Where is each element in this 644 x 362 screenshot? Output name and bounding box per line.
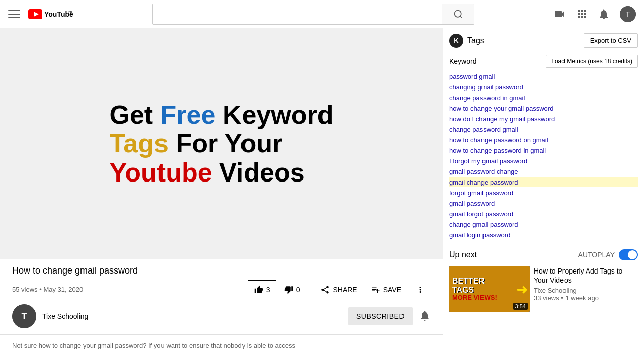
header-center: tixe <box>73 4 553 25</box>
dislike-button[interactable]: 0 <box>278 280 306 298</box>
thumb-better-text: BETTERTAGS <box>452 277 485 294</box>
svg-line-5 <box>460 16 462 18</box>
apps-icon[interactable] <box>576 8 588 20</box>
tags-list: password gmailchanging gmail passwordcha… <box>443 72 644 243</box>
notification-bell-icon[interactable] <box>419 310 431 323</box>
tag-item[interactable]: change password in gmail <box>449 93 638 103</box>
tag-item[interactable]: how to change password on gmail <box>449 135 638 145</box>
save-button[interactable]: SAVE <box>365 280 408 298</box>
recommended-channel: Tixe Schooling <box>534 287 638 294</box>
export-csv-button[interactable]: Export to CSV <box>584 33 638 48</box>
upload-video-icon[interactable] <box>553 8 566 20</box>
video-stats: 55 views • May 31, 2020 <box>12 286 83 293</box>
right-panel: K Tags Export to CSV Keyword Load Metric… <box>443 28 644 362</box>
video-thumbnail: Get Free Keyword Tags For Your Youtube V… <box>0 28 443 259</box>
main-content: Get Free Keyword Tags For Your Youtube V… <box>0 28 644 362</box>
channel-name[interactable]: Tixe Schooling <box>42 312 88 320</box>
video-duration: 3:54 <box>513 303 528 310</box>
video-info: How to change gmail password 55 views • … <box>0 259 443 298</box>
video-title: How to change gmail password <box>12 265 431 276</box>
tag-item[interactable]: gmail password <box>449 199 638 208</box>
tag-item[interactable]: change password gmail <box>449 125 638 134</box>
tag-item[interactable]: how do I change my gmail password <box>449 114 638 124</box>
recommended-video-thumbnail: BETTERTAGS MORE VIEWS! ➜ 3:54 <box>449 266 530 312</box>
channel-info: T Tixe Schooling <box>12 304 88 328</box>
recommended-views: 33 views <box>534 294 559 302</box>
thumb-arrow-icon: ➜ <box>516 281 528 298</box>
header-left: YouTube PK <box>8 8 73 20</box>
tag-item[interactable]: I forgot my gmail password <box>449 156 638 166</box>
k-badge: K <box>449 34 463 48</box>
like-count: 3 <box>266 286 270 294</box>
more-actions-button[interactable] <box>410 280 431 298</box>
thumbnail-tags: Tags <box>109 129 169 158</box>
recommended-stats: 33 views • 1 week ago <box>534 294 638 302</box>
up-next-label: Up next <box>449 250 477 259</box>
youtube-logo[interactable]: YouTube PK <box>28 9 73 19</box>
autoplay-label: AUTOPLAY <box>578 251 615 259</box>
video-description: Not sure how to change your gmail passwo… <box>0 335 443 357</box>
autoplay-toggle[interactable] <box>619 249 638 260</box>
thumbnail-text: Get Free Keyword Tags For Your Youtube V… <box>94 90 348 197</box>
tags-panel: K Tags Export to CSV Keyword Load Metric… <box>443 28 644 243</box>
tag-item[interactable]: gmail login password <box>449 230 638 240</box>
tags-header-left: K Tags <box>449 34 485 48</box>
notifications-icon[interactable] <box>598 8 610 20</box>
header: YouTube PK tixe T <box>0 0 644 28</box>
share-button[interactable]: SHARE <box>314 280 363 298</box>
tag-item[interactable]: change gmail password <box>449 220 638 229</box>
dislike-count: 0 <box>296 286 300 294</box>
tag-item[interactable]: gmail change password <box>449 177 638 187</box>
up-next-header: Up next AUTOPLAY <box>449 249 638 260</box>
toggle-knob <box>628 250 637 259</box>
thumbnail-line2: Tags For Your <box>109 129 333 158</box>
like-button[interactable]: 3 <box>248 280 276 298</box>
video-meta: 55 views • May 31, 2020 3 0 <box>12 280 431 298</box>
tag-item[interactable]: forgot gmail password <box>449 188 638 198</box>
tag-item[interactable]: gmail forgot password <box>449 209 638 219</box>
header-right: T <box>553 6 636 22</box>
video-card-info: How to Properly Add Tags to Your Videos … <box>534 266 638 312</box>
user-avatar[interactable]: T <box>620 6 636 22</box>
tag-item[interactable]: gmail password change <box>449 167 638 176</box>
share-label: SHARE <box>333 286 357 294</box>
tag-item[interactable]: password gmail <box>449 72 638 81</box>
keyword-label: Keyword <box>449 57 476 65</box>
subscribe-button[interactable]: SUBSCRIBED <box>348 307 413 325</box>
tags-title: Tags <box>467 36 485 45</box>
svg-text:T: T <box>22 311 27 321</box>
tag-item[interactable]: how to change your gmail password <box>449 104 638 113</box>
autoplay-row: AUTOPLAY <box>578 249 638 260</box>
tag-item[interactable]: how to <box>449 241 638 243</box>
svg-text:PK: PK <box>68 10 73 14</box>
thumbnail-get: Get <box>109 100 160 129</box>
search-button[interactable] <box>442 4 474 24</box>
tag-item[interactable]: how to change password in gmail <box>449 146 638 155</box>
svg-text:T: T <box>626 10 630 18</box>
svg-point-4 <box>454 10 461 17</box>
thumbnail-free: Free <box>160 100 216 129</box>
thumb-more-views-text: MORE VIEWS! <box>452 294 497 301</box>
thumbnail-youtube: Youtube <box>109 158 212 187</box>
up-next-section: Up next AUTOPLAY BETTERTAGS MORE VIEWS! … <box>443 243 644 318</box>
load-metrics-button[interactable]: Load Metrics (uses 18 credits) <box>546 55 638 68</box>
recommended-time-ago: 1 week ago <box>565 294 599 302</box>
thumbnail-foryour: For Your <box>169 129 282 158</box>
tags-subheader: Keyword Load Metrics (uses 18 credits) <box>443 53 644 72</box>
thumbnail-keyword: Keyword <box>215 100 333 129</box>
subscribe-label: SUBSCRIBED <box>356 312 405 320</box>
divider <box>310 283 310 295</box>
thumbnail-videos: Videos <box>212 158 305 187</box>
hamburger-menu[interactable] <box>8 8 20 20</box>
channel-avatar[interactable]: T <box>12 304 36 328</box>
thumbnail-line1: Get Free Keyword <box>109 101 333 129</box>
search-input[interactable]: tixe <box>153 5 442 24</box>
thumbnail-line3: Youtube Videos <box>109 158 333 187</box>
recommended-video-card[interactable]: BETTERTAGS MORE VIEWS! ➜ 3:54 How to Pro… <box>449 266 638 312</box>
video-area: Get Free Keyword Tags For Your Youtube V… <box>0 28 443 362</box>
tag-item[interactable]: changing gmail password <box>449 82 638 92</box>
tags-header: K Tags Export to CSV <box>443 28 644 53</box>
upload-date: May 31, 2020 <box>43 286 83 293</box>
search-bar: tixe <box>152 4 474 25</box>
video-player[interactable]: Get Free Keyword Tags For Your Youtube V… <box>0 28 443 259</box>
